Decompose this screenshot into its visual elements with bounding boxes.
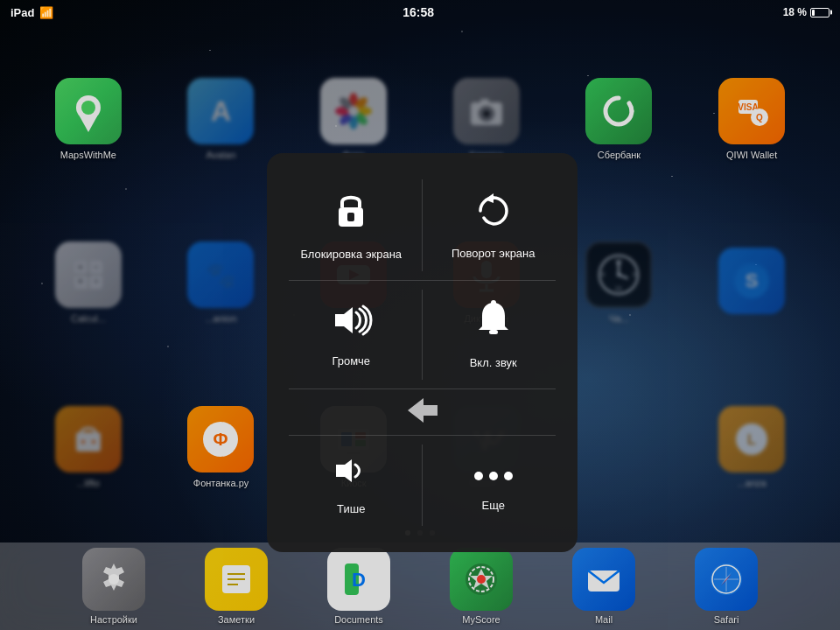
dots-icon (472, 457, 515, 490)
svg-marker-64 (336, 459, 352, 482)
device-name: iPad (10, 6, 34, 19)
battery-bar (810, 8, 830, 18)
volume-down-icon (332, 453, 369, 494)
status-right: 18 % (783, 6, 830, 18)
volume-up-button[interactable]: Громче (280, 281, 423, 388)
status-left: iPad 📶 (10, 6, 53, 19)
svg-point-62 (491, 300, 496, 305)
svg-point-66 (489, 472, 498, 480)
status-time: 16:58 (402, 5, 434, 19)
svg-point-58 (348, 214, 354, 219)
rotate-icon (472, 189, 515, 238)
volume-up-label: Громче (332, 354, 370, 369)
lock-icon (330, 188, 372, 239)
battery-fill (812, 10, 815, 16)
volume-down-label: Тише (337, 502, 365, 517)
context-menu: Блокировка экрана Поворот экрана Громче (267, 153, 578, 552)
svg-rect-61 (489, 330, 498, 334)
lock-screen-label: Блокировка экрана (300, 248, 402, 262)
svg-point-67 (504, 472, 513, 480)
bell-label: Вкл. звук (470, 356, 517, 371)
back-arrow-button[interactable] (406, 396, 439, 428)
more-label: Еще (482, 499, 505, 514)
more-button[interactable]: Еще (423, 436, 565, 535)
svg-marker-60 (335, 307, 353, 333)
bell-button[interactable]: Вкл. звук (423, 281, 565, 388)
volume-up-icon (328, 300, 374, 346)
volume-down-button[interactable]: Тише (280, 436, 423, 535)
bell-icon (473, 298, 514, 347)
lock-screen-button[interactable]: Блокировка экрана (280, 171, 423, 280)
status-bar: iPad 📶 16:58 18 % (0, 0, 840, 24)
battery-body (810, 8, 830, 18)
battery-percent: 18 % (783, 6, 807, 18)
svg-marker-63 (408, 398, 438, 423)
wifi-icon: 📶 (39, 6, 53, 19)
rotate-screen-label: Поворот экрана (452, 247, 536, 262)
rotate-screen-button[interactable]: Поворот экрана (423, 171, 565, 280)
svg-point-65 (474, 472, 483, 480)
